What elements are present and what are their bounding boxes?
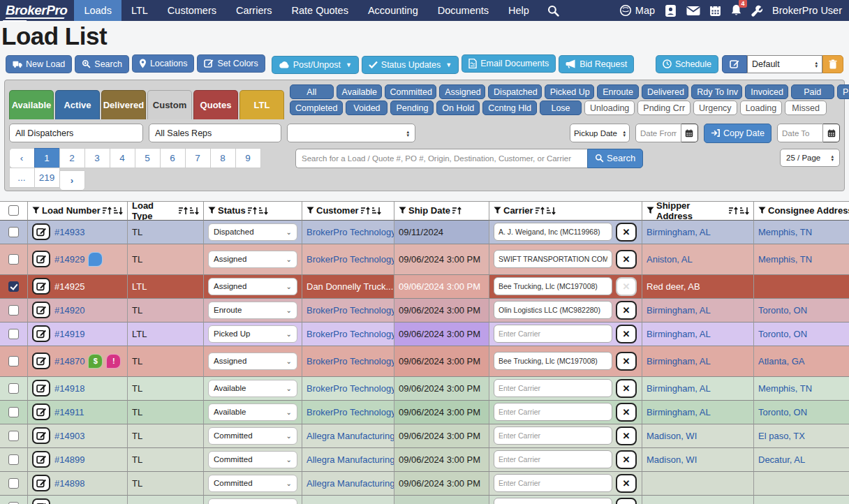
customer-link[interactable]: BrokerPro Technology — [307, 227, 394, 237]
status-filter-pnding-crr[interactable]: Pnding Crr — [637, 101, 691, 115]
row-checkbox[interactable] — [8, 407, 19, 417]
carrier-input[interactable] — [494, 325, 612, 343]
column-header-ship-date[interactable]: Ship Date — [394, 202, 489, 221]
shipper-address-link[interactable]: Red deer, AB — [647, 281, 700, 292]
edit-load-button[interactable] — [32, 223, 50, 240]
status-select[interactable]: Assigned⌄ — [208, 251, 297, 268]
customer-link[interactable]: Allegra Manufacturing — [307, 478, 394, 489]
status-select[interactable]: Available⌄ — [208, 380, 297, 397]
notifications-bell-icon[interactable]: 4 — [730, 4, 742, 17]
status-filter-missed[interactable]: Missed — [785, 101, 827, 115]
status-filter-paid-carrier[interactable]: Paid Carrier — [791, 84, 835, 99]
status-select[interactable]: Committed⌄ — [208, 475, 297, 492]
date-from-calendar-button[interactable] — [681, 124, 698, 142]
clear-carrier-button[interactable]: ✕ — [616, 450, 637, 469]
load-number-link[interactable]: #14929 — [54, 254, 84, 265]
shipper-address-link[interactable]: Birmingham, AL — [647, 407, 711, 417]
shipper-address-link[interactable]: Birmingham, AL — [647, 383, 711, 394]
column-header-consignee-address[interactable]: Consignee Address — [754, 202, 849, 221]
pagination-page-2[interactable]: 2 — [59, 148, 85, 168]
shipper-address-link[interactable]: Birmingham, AL — [647, 227, 711, 237]
status-select[interactable]: Committed⌄ — [208, 498, 297, 504]
nav-item-accounting[interactable]: Accounting — [358, 0, 428, 21]
load-number-link[interactable]: #14925 — [54, 281, 84, 292]
select-all-checkbox[interactable] — [8, 205, 19, 216]
customer-link[interactable]: BrokerPro Technology — [307, 407, 394, 417]
status-select[interactable]: Assigned⌄ — [208, 353, 297, 370]
load-number-link[interactable]: #14933 — [54, 227, 84, 237]
edit-load-button[interactable] — [32, 278, 50, 295]
carrier-input[interactable] — [494, 474, 612, 492]
customer-link[interactable]: Allegra Manufacturing — [307, 431, 394, 441]
row-checkbox[interactable] — [8, 305, 19, 316]
dispatchers-select[interactable]: All Dispatchers — [9, 124, 143, 142]
nav-item-carriers[interactable]: Carriers — [226, 0, 282, 21]
pagination-page-3[interactable]: 3 — [84, 148, 110, 168]
pagination-page-7[interactable]: 7 — [185, 148, 211, 168]
load-search-input[interactable] — [295, 149, 587, 168]
sales-reps-select[interactable]: All Sales Reps — [149, 124, 281, 142]
status-filter-available[interactable]: Available — [337, 84, 382, 99]
pagination-page-4[interactable]: 4 — [110, 148, 135, 168]
status-select[interactable]: Committed⌄ — [208, 451, 297, 468]
column-header-customer[interactable]: Customer — [302, 202, 394, 221]
clear-carrier-button[interactable]: ✕ — [616, 277, 637, 296]
consignee-address-link[interactable]: Memphis, TN — [758, 227, 812, 237]
email-documents-button[interactable]: Email Documents — [462, 54, 556, 73]
load-number-link[interactable]: #14919 — [54, 329, 84, 339]
edit-load-button[interactable] — [32, 403, 50, 420]
consignee-address-link[interactable]: Decatur, AL — [758, 454, 805, 465]
status-filter-on-hold[interactable]: On Hold — [436, 101, 480, 115]
edit-load-button[interactable] — [32, 325, 50, 342]
consignee-address-link[interactable]: El paso, TX — [758, 431, 805, 441]
shipper-address-link[interactable]: Madison, WI — [647, 431, 697, 441]
status-filter-dispatched[interactable]: Dispatched — [488, 84, 542, 99]
consignee-address-link[interactable]: Toronto, ON — [758, 305, 807, 316]
load-number-link[interactable]: #14920 — [54, 305, 84, 316]
clear-carrier-button[interactable]: ✕ — [616, 403, 637, 422]
schedule-button[interactable]: Schedule — [656, 55, 718, 73]
row-checkbox[interactable] — [8, 431, 19, 441]
post-unpost-button[interactable]: Post/Unpost▼ — [272, 56, 359, 74]
date-from-input[interactable] — [635, 124, 681, 142]
customer-link[interactable]: Dan Donnelly Truck... — [307, 281, 393, 292]
status-filter-voided[interactable]: Voided — [346, 101, 387, 115]
carrier-input[interactable] — [494, 427, 612, 445]
pagination-page-6[interactable]: 6 — [160, 148, 186, 168]
nav-search-button[interactable] — [539, 0, 568, 21]
status-filter-all-statuses[interactable]: All Statuses — [290, 84, 334, 99]
email-icon[interactable] — [686, 6, 700, 16]
status-filter-unloading[interactable]: Unloading — [584, 101, 635, 115]
carrier-input[interactable] — [494, 223, 612, 241]
clear-carrier-button[interactable]: ✕ — [616, 474, 637, 493]
consignee-address-link[interactable]: Toronto, ON — [758, 407, 807, 417]
status-filter-delivered[interactable]: Delivered — [642, 84, 688, 99]
edit-load-button[interactable] — [32, 475, 50, 491]
shipper-address-link[interactable]: Madison, WI — [647, 454, 697, 465]
status-updates-button[interactable]: Status Updates▼ — [362, 56, 459, 74]
status-select[interactable]: Enroute⌄ — [208, 302, 297, 319]
carrier-input[interactable] — [494, 277, 612, 295]
clear-carrier-button[interactable]: ✕ — [616, 427, 637, 445]
shipper-address-link[interactable]: Birmingham, AL — [647, 329, 711, 339]
consignee-address-link[interactable]: Toronto, ON — [758, 329, 807, 339]
load-number-link[interactable]: #14870 — [54, 356, 84, 366]
pagination-page--[interactable]: ... — [9, 168, 35, 188]
tab-ltl[interactable]: LTL — [239, 90, 284, 119]
nav-item-customers[interactable]: Customers — [158, 0, 226, 21]
pagination-page-1[interactable]: 1 — [34, 148, 60, 168]
clear-carrier-button[interactable]: ✕ — [616, 223, 637, 242]
column-header-carrier[interactable]: Carrier — [489, 202, 642, 221]
date-type-select[interactable]: Pickup Date ▴▾ — [570, 124, 630, 142]
clear-carrier-button[interactable]: ✕ — [616, 352, 637, 371]
nav-item-help[interactable]: Help — [499, 0, 539, 21]
row-checkbox[interactable] — [8, 356, 19, 366]
status-filter-rdy-to-inv[interactable]: Rdy To Inv — [691, 84, 742, 99]
row-checkbox[interactable] — [8, 502, 19, 504]
column-header-load-type[interactable]: Load Type — [128, 202, 204, 221]
status-filter-picked-up[interactable]: Picked Up — [545, 84, 594, 99]
extra-filter-select[interactable]: ▴▾ — [287, 124, 415, 142]
tab-active[interactable]: Active — [55, 90, 100, 119]
status-filter-invoiced[interactable]: Invoiced — [745, 84, 788, 99]
tab-available[interactable]: Available — [9, 90, 54, 119]
